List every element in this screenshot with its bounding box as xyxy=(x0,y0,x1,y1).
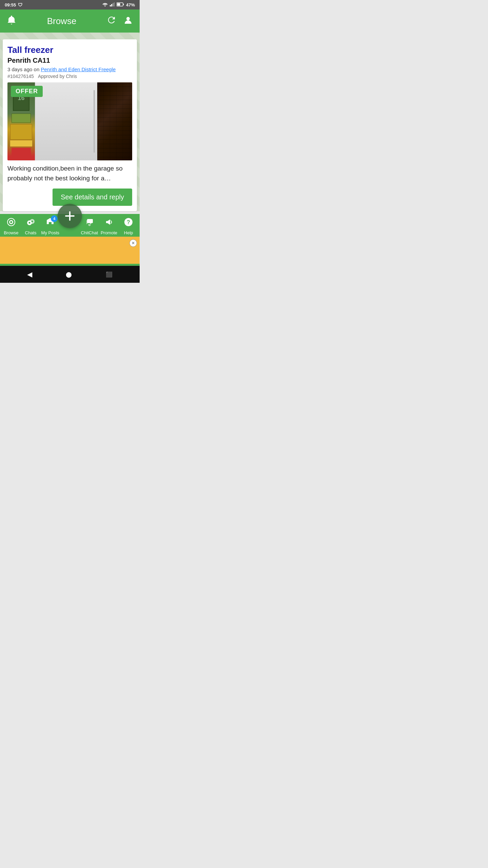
battery-icon xyxy=(117,2,124,7)
see-details-button[interactable]: See details and reply xyxy=(53,189,132,206)
page-title: Browse xyxy=(47,16,77,26)
offer-badge: OFFER xyxy=(11,86,43,97)
svg-rect-3 xyxy=(113,3,114,6)
nav-item-browse[interactable]: Browse xyxy=(1,217,21,235)
ad-close-button[interactable]: ✕ xyxy=(129,239,137,247)
listing-location: Penrith CA11 xyxy=(7,57,132,64)
bell-icon[interactable] xyxy=(6,15,17,28)
group-link[interactable]: Penrith and Eden District Freegle xyxy=(41,66,116,72)
svg-point-13 xyxy=(10,221,12,223)
chitchat-label: ChitChat xyxy=(81,230,98,235)
signal-icon xyxy=(110,2,115,7)
status-right: 47% xyxy=(102,2,135,7)
listing-title: Tall freezer xyxy=(7,45,132,55)
approved-by: Approved by Chris xyxy=(38,74,77,79)
svg-rect-1 xyxy=(110,5,111,6)
wifi-icon xyxy=(102,2,108,7)
brick-wall xyxy=(97,82,132,160)
svg-text:?: ? xyxy=(127,219,130,225)
bottom-navigation: Browse Chats 4 My Posts xyxy=(0,214,140,266)
help-label: Help xyxy=(124,230,133,235)
shield-icon: 🛡 xyxy=(18,2,22,7)
help-icon: ? xyxy=(124,217,133,229)
myposts-icon: 4 xyxy=(45,217,55,229)
recent-apps-button[interactable]: ⬛ xyxy=(106,271,113,278)
svg-point-8 xyxy=(126,17,130,20)
svg-rect-7 xyxy=(123,4,124,5)
chats-label: Chats xyxy=(25,230,37,235)
svg-rect-4 xyxy=(114,2,115,6)
myposts-badge: 4 xyxy=(51,215,58,222)
svg-point-16 xyxy=(28,222,30,224)
promote-label: Promote xyxy=(101,230,117,235)
battery-percent: 47% xyxy=(126,2,135,7)
status-left: 09:55 🛡 xyxy=(5,2,22,7)
chitchat-icon xyxy=(85,217,94,229)
listing-id-meta: #104276145 Approved by Chris xyxy=(7,74,132,79)
promote-icon xyxy=(104,217,114,229)
top-navigation: Browse xyxy=(0,9,140,33)
chats-icon xyxy=(26,217,36,229)
svg-point-18 xyxy=(88,224,91,226)
fab-wrap xyxy=(58,204,82,228)
browse-label: Browse xyxy=(4,230,18,235)
myposts-label: My Posts xyxy=(41,230,59,235)
post-id: #104276145 xyxy=(7,74,34,79)
status-bar: 09:55 🛡 47% xyxy=(0,0,140,9)
nav-item-promote[interactable]: Promote xyxy=(99,217,119,235)
browse-icon xyxy=(6,217,16,229)
profile-icon[interactable] xyxy=(123,15,134,27)
svg-point-0 xyxy=(104,5,105,6)
status-time: 09:55 xyxy=(5,2,16,7)
svg-rect-2 xyxy=(111,4,112,6)
post-fab-button[interactable] xyxy=(58,204,82,228)
listing-description: Working condition,been in the garage so … xyxy=(7,164,132,183)
listing-image: 16 xyxy=(7,82,132,160)
listing-meta: 3 days ago on Penrith and Eden District … xyxy=(7,66,132,72)
svg-point-17 xyxy=(31,221,33,222)
back-button[interactable]: ◀ xyxy=(27,270,32,278)
listing-card: Tall freezer Penrith CA11 3 days ago on … xyxy=(3,39,137,211)
ad-banner: ✕ xyxy=(0,237,140,264)
nav-item-myposts[interactable]: 4 My Posts xyxy=(40,217,60,235)
top-nav-actions xyxy=(106,15,134,27)
days-ago: 3 days ago on xyxy=(7,66,39,72)
refresh-icon[interactable] xyxy=(106,15,117,27)
freezer-body xyxy=(35,82,97,160)
nav-item-help[interactable]: ? Help xyxy=(119,217,138,235)
android-nav-bar: ◀ ⬤ ⬛ xyxy=(0,266,140,283)
svg-rect-6 xyxy=(117,3,120,5)
nav-item-chitchat[interactable]: ChitChat xyxy=(80,217,99,235)
content-area: Tall freezer Penrith CA11 3 days ago on … xyxy=(0,33,140,211)
nav-item-chats[interactable]: Chats xyxy=(21,217,41,235)
home-button[interactable]: ⬤ xyxy=(66,271,72,278)
